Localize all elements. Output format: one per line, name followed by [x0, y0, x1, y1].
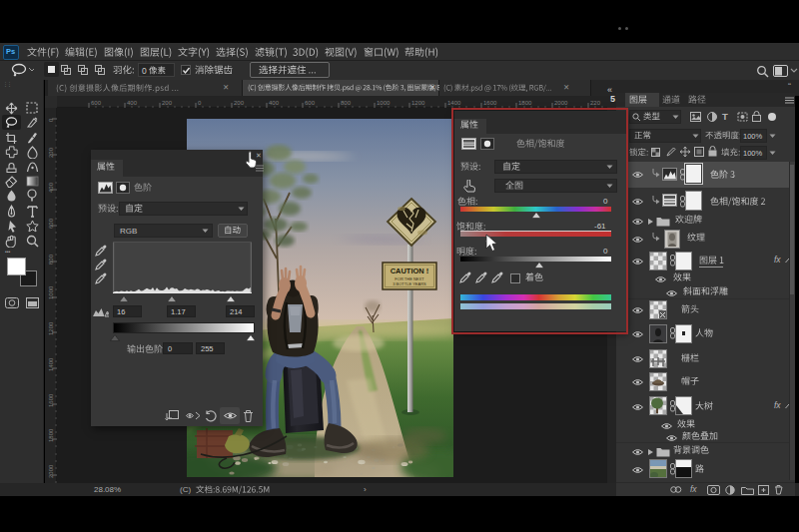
svg-text:2000: 2000	[48, 464, 54, 478]
svg-text:2000: 2000	[554, 100, 568, 106]
svg-text:1000: 1000	[48, 285, 54, 299]
svg-text:400: 400	[269, 100, 280, 106]
svg-text:1400: 1400	[48, 357, 54, 371]
svg-text:800: 800	[48, 254, 54, 265]
svg-text:0: 0	[198, 100, 202, 106]
svg-text:400: 400	[127, 100, 138, 106]
svg-text:1600: 1600	[483, 100, 497, 106]
svg-text:400: 400	[48, 182, 54, 193]
svg-text:1800: 1800	[48, 428, 54, 442]
svg-text:1200: 1200	[48, 321, 54, 335]
svg-text:1200: 1200	[411, 100, 425, 106]
svg-text:1400: 1400	[447, 100, 461, 106]
svg-text:200: 200	[162, 100, 173, 106]
svg-text:1000: 1000	[377, 100, 391, 106]
svg-text:800: 800	[341, 100, 352, 106]
svg-text:200: 200	[48, 147, 54, 158]
svg-text:220: 220	[590, 100, 601, 106]
svg-text:600: 600	[305, 100, 316, 106]
svg-text:CAUTION !: CAUTION !	[391, 266, 429, 275]
svg-text:200: 200	[234, 100, 245, 106]
svg-text:600: 600	[91, 100, 102, 106]
svg-text:3 BOTTLE YEARS: 3 BOTTLE YEARS	[393, 281, 426, 286]
svg-text:1600: 1600	[48, 393, 54, 407]
svg-text:600: 600	[48, 218, 54, 229]
svg-text:1800: 1800	[518, 100, 532, 106]
